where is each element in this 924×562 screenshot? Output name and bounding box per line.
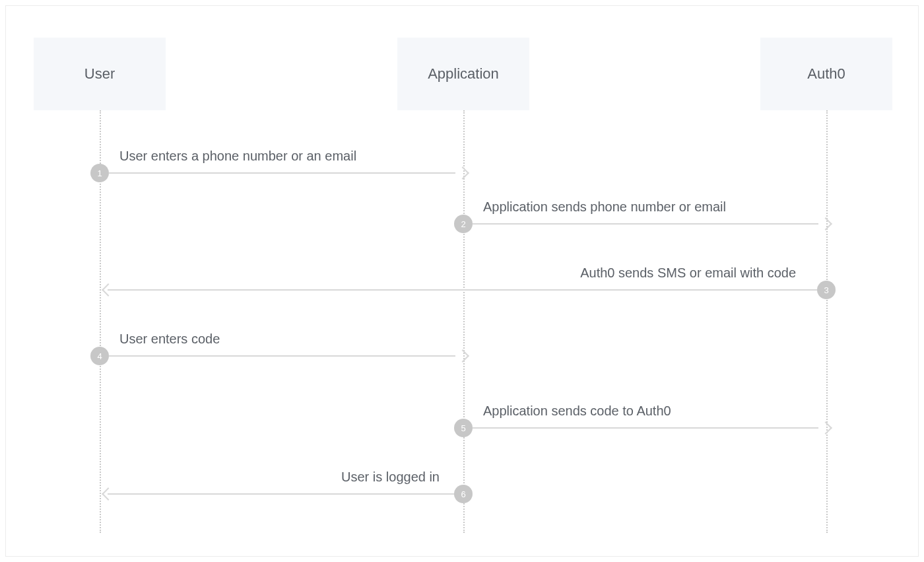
- step-2-label: Application sends phone number or email: [483, 199, 726, 220]
- step-2-number: 2: [461, 219, 465, 229]
- step-3-number: 3: [824, 285, 828, 295]
- step-6-label: User is logged in: [341, 470, 440, 490]
- actor-application: Application: [397, 38, 529, 110]
- step-6-arrow: [108, 493, 454, 495]
- step-5-arrow: [473, 427, 818, 429]
- step-3-arrow: [108, 289, 817, 291]
- step-4-arrow: [109, 355, 455, 357]
- actor-user: User: [34, 38, 166, 110]
- actor-user-label: User: [84, 65, 115, 83]
- step-1-label: User enters a phone number or an email: [119, 149, 356, 169]
- step-5-badge: 5: [454, 419, 473, 437]
- step-4-badge: 4: [90, 347, 109, 365]
- step-3-label: Auth0 sends SMS or email with code: [580, 265, 796, 286]
- step-6-number: 6: [461, 489, 465, 499]
- step-1-badge: 1: [90, 164, 109, 182]
- step-6-badge: 6: [454, 485, 473, 503]
- actor-auth0: Auth0: [760, 38, 892, 110]
- sequence-diagram: User Application Auth0 1 User enters a p…: [5, 5, 919, 557]
- step-2-badge: 2: [454, 215, 473, 233]
- actor-application-label: Application: [428, 65, 499, 83]
- step-3-badge: 3: [817, 281, 836, 299]
- step-1-number: 1: [97, 168, 102, 178]
- step-2-arrow: [473, 223, 818, 225]
- step-5-label: Application sends code to Auth0: [483, 404, 671, 424]
- step-5-number: 5: [461, 423, 465, 433]
- step-4-label: User enters code: [119, 332, 220, 352]
- step-4-number: 4: [97, 351, 102, 361]
- actor-auth0-label: Auth0: [807, 65, 845, 83]
- lifeline-auth0: [826, 110, 828, 533]
- step-1-arrow: [109, 172, 455, 174]
